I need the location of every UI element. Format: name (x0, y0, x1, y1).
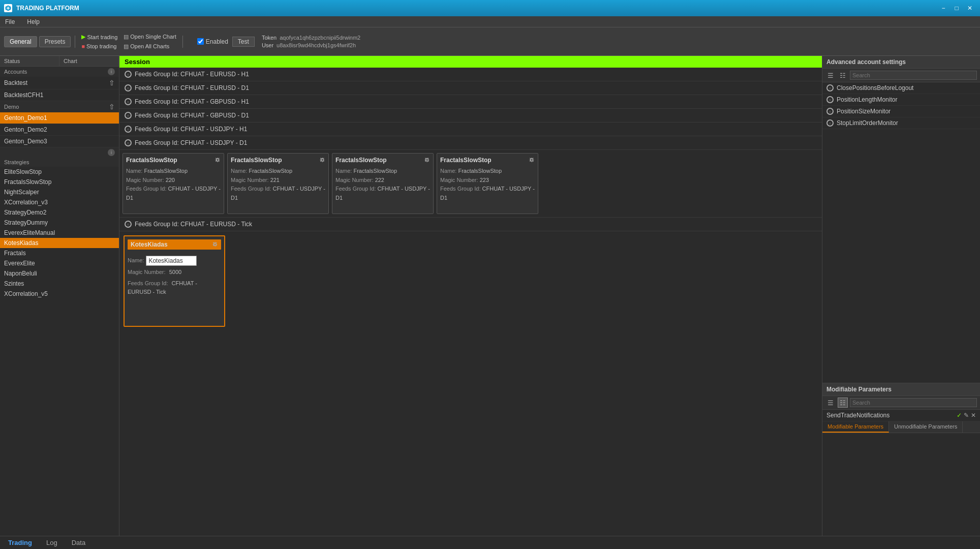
monitor-item-positionsizemonitor[interactable]: ○PositionSizeMonitor (822, 106, 980, 117)
stop-icon: ■ (81, 43, 85, 49)
bottom-tab-trading[interactable]: Trading (4, 538, 36, 547)
strategy-item-strategydemo2[interactable]: StrategyDemo2 (0, 207, 119, 218)
open-single-chart-button[interactable]: ▤ Open Single Chart (121, 33, 178, 41)
strategy-item-eliteslowstop[interactable]: EliteSlowStop (0, 167, 119, 177)
open-all-charts-button[interactable]: ▨ Open All Charts (121, 42, 178, 51)
strategy-card-body-2: Name: FractalsSlowStop Magic Number: 222… (335, 167, 430, 202)
strategy-card-title-0: FractalsSlowStop (126, 157, 177, 164)
strategies-label: Strategies (4, 159, 29, 165)
feeds-tick-row[interactable]: ○ Feeds Group Id: CFHUAT - EURUSD - Tick (119, 218, 822, 231)
advanced-search-input[interactable] (850, 71, 977, 80)
monitor-item-stoplimitordermonitor[interactable]: ○StopLimitOrderMonitor (822, 117, 980, 129)
tab-general[interactable]: General (4, 36, 37, 47)
feeds-circle-icon[interactable]: ○ (125, 71, 132, 78)
test-button[interactable]: Test (232, 37, 255, 47)
tab-presets[interactable]: Presets (39, 36, 71, 47)
start-trading-button[interactable]: ▶ Start trading (79, 33, 119, 41)
advanced-list-icon-btn[interactable]: ☰ (825, 70, 836, 80)
rp-tab-unmodifiable[interactable]: Unmodifiable Parameters (889, 421, 963, 433)
mod-grid-icon-btn[interactable]: ☷ (838, 398, 848, 408)
strategy-card-gear-icon-1[interactable]: ⛭ (319, 157, 325, 164)
token-label: Token (262, 35, 277, 41)
strategy-card-2: FractalsSlowStop ⛭ Name: FractalsSlowSto… (332, 153, 434, 214)
strategy-card-1: FractalsSlowStop ⛭ Name: FractalsSlowSto… (227, 153, 329, 214)
strategy-item-strategydummy[interactable]: StrategyDummy (0, 218, 119, 228)
feeds-group-row[interactable]: ○Feeds Group Id: CFHUAT - GBPUSD - D1 (119, 109, 822, 123)
chart-col-header: Chart (59, 56, 119, 66)
strategy-item-fractals[interactable]: Fractals (0, 248, 119, 258)
strategy-item-szintes[interactable]: Szintes (0, 279, 119, 289)
bottom-tab-data[interactable]: Data (68, 538, 89, 547)
backtest-label: Backtest (4, 79, 27, 86)
stop-trading-button[interactable]: ■ Stop trading (79, 42, 119, 50)
menu-help[interactable]: Help (24, 17, 43, 26)
strategy-item-everexelite[interactable]: EverexElite (0, 258, 119, 268)
bottom-tab-log[interactable]: Log (42, 538, 62, 547)
rp-bottom-tabs: Modifiable Parameters Unmodifiable Param… (822, 421, 980, 433)
token-user-section: Token aqofyca1qh6zpzbcnipii5drwinm2 User… (262, 35, 360, 48)
mod-list-icon-btn[interactable]: ☰ (825, 398, 836, 408)
enabled-checkbox-label[interactable]: Enabled (197, 38, 228, 45)
strategy-item-koteskiadas[interactable]: KotesKiadas (0, 238, 119, 248)
rp-tab-modifiable[interactable]: Modifiable Parameters (822, 421, 889, 433)
send-trade-notifications-label: SendTradeNotifications (826, 412, 890, 419)
menu-file[interactable]: File (2, 17, 18, 26)
mod-search-input[interactable] (850, 398, 977, 407)
strategy-item-xcorrelation_v3[interactable]: XCorrelation_v3 (0, 197, 119, 207)
monitor-item-positionlengthmonitor[interactable]: ○PositionLengthMonitor (822, 94, 980, 106)
strategy-card-gear-icon-3[interactable]: ⛭ (529, 157, 535, 164)
backtest-account[interactable]: Backtest ⇧ (0, 77, 119, 89)
genton-demo1-account[interactable]: Genton_Demo1 (0, 112, 119, 124)
maximize-button[interactable]: □ (951, 3, 963, 13)
strategy-item-everexelitemanual[interactable]: EverexEliteManual (0, 228, 119, 238)
enabled-section: Enabled Test (197, 37, 255, 47)
demo-upload-icon[interactable]: ⇧ (109, 103, 115, 111)
strategy-item-nightscalper[interactable]: NightScalper (0, 187, 119, 197)
accounts-group: Accounts i (0, 67, 119, 77)
strategy-card-gear-icon-0[interactable]: ⛭ (215, 157, 221, 164)
monitor-circle-icon: ○ (826, 108, 834, 115)
feeds-circle-icon[interactable]: ○ (125, 98, 132, 105)
advanced-grid-icon-btn[interactable]: ☷ (838, 70, 848, 80)
user-label: User (262, 42, 273, 48)
feeds-tick-circle-icon[interactable]: ○ (125, 221, 132, 228)
strategy-card-gear-icon-2[interactable]: ⛭ (424, 157, 430, 164)
monitor-circle-icon: ○ (826, 119, 834, 127)
monitor-circle-icon: ○ (826, 84, 834, 92)
main-layout: Status Chart Accounts i Backtest ⇧ Backt… (0, 56, 980, 536)
feeds-circle-icon[interactable]: ○ (125, 84, 132, 92)
feeds-circle-icon[interactable]: ○ (125, 126, 132, 133)
feeds-group-row[interactable]: ○Feeds Group Id: CFHUAT - USDJPY - H1 (119, 123, 822, 136)
modifiable-toolbar: ☰ ☷ (822, 396, 980, 410)
token-row: Token aqofyca1qh6zpzbcnipii5drwinm2 (262, 35, 360, 41)
feeds-circle-icon[interactable]: ○ (125, 112, 132, 119)
genton-demo3-account[interactable]: Genton_Demo3 (0, 136, 119, 147)
enabled-checkbox[interactable] (197, 38, 204, 45)
close-button[interactable]: ✕ (964, 3, 976, 13)
mod-param-edit-icon[interactable]: ✎ (964, 412, 969, 419)
feeds-group-row[interactable]: ○Feeds Group Id: CFHUAT - EURUSD - H1 (119, 68, 822, 81)
kotes-name-input[interactable] (146, 256, 197, 266)
accounts-bottom-info-icon[interactable]: i (108, 149, 115, 156)
accounts-label: Accounts (4, 69, 27, 75)
left-panel: Status Chart Accounts i Backtest ⇧ Backt… (0, 56, 119, 536)
strategy-item-fractalsslowstop[interactable]: FractalsSlowStop (0, 177, 119, 187)
feeds-group-row[interactable]: ○Feeds Group Id: CFHUAT - EURUSD - D1 (119, 81, 822, 95)
backtestcfh1-account[interactable]: BacktestCFH1 (0, 89, 119, 101)
chart-buttons: ▤ Open Single Chart ▨ Open All Charts (121, 33, 178, 51)
feeds-group-row[interactable]: ○Feeds Group Id: CFHUAT - USDJPY - D1 (119, 136, 822, 150)
koteskiadas-gear-icon[interactable]: ⛭ (212, 241, 218, 248)
modifiable-params-header: Modifiable Parameters (822, 383, 980, 396)
strategy-item-naponbeluli[interactable]: NaponBeluli (0, 268, 119, 279)
right-panel-top: Advanced account settings ☰ ☷ ○ClosePosi… (822, 56, 980, 383)
feeds-circle-icon[interactable]: ○ (125, 139, 132, 146)
minimize-button[interactable]: − (937, 3, 950, 13)
right-panel-bottom: Modifiable Parameters ☰ ☷ SendTradeNotif… (822, 383, 980, 536)
genton-demo2-account[interactable]: Genton_Demo2 (0, 124, 119, 136)
accounts-info-icon[interactable]: i (108, 68, 115, 75)
feeds-group-row[interactable]: ○Feeds Group Id: CFHUAT - GBPUSD - H1 (119, 95, 822, 109)
strategy-item-xcorrelation_v5[interactable]: XCorrelation_v5 (0, 289, 119, 299)
mod-param-delete-icon[interactable]: ✕ (971, 412, 976, 419)
monitor-item-closepositionsbeforelogout[interactable]: ○ClosePositionsBeforeLogout (822, 82, 980, 94)
backtest-upload-icon[interactable]: ⇧ (109, 79, 115, 87)
